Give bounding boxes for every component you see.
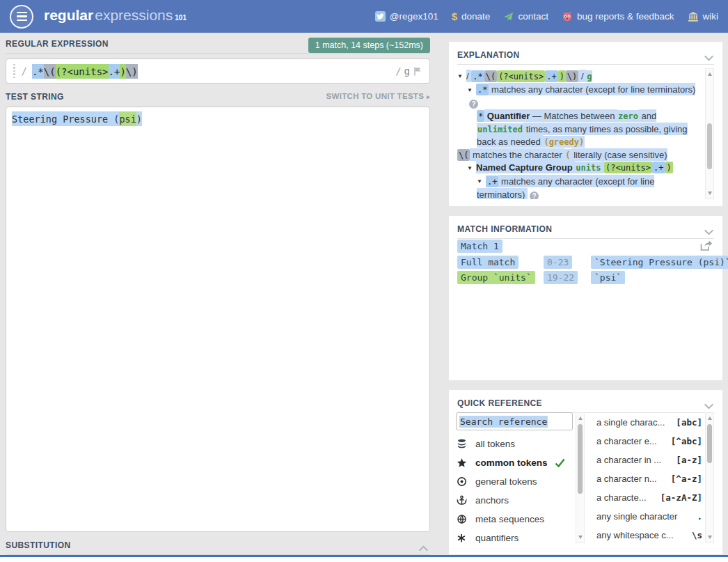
reference-code: \s	[692, 530, 702, 540]
category-general-tokens[interactable]: general tokens	[456, 472, 574, 491]
match-cell: 0-23	[544, 256, 587, 269]
match-cell: `psi`	[591, 271, 625, 284]
reference-item[interactable]: a single charac...[abc]	[596, 413, 702, 432]
test-string-segment: psi	[119, 111, 136, 126]
quick-reference-panel: QUICK REFERENCE Search reference all tok…	[449, 390, 722, 554]
explanation-segment: matches the character	[470, 148, 564, 161]
reference-item[interactable]: any single character.	[596, 507, 702, 526]
tree-collapse-icon[interactable]: ▼	[467, 162, 476, 175]
tree-collapse-icon[interactable]: ▼	[457, 70, 466, 84]
tree-collapse-icon[interactable]: ▼	[477, 175, 486, 189]
quick-reference-title: QUICK REFERENCE	[457, 398, 542, 408]
grip-icon[interactable]	[13, 64, 15, 79]
nav-link-label: @regex101	[390, 11, 438, 22]
explanation-scrollbar[interactable]	[705, 68, 714, 199]
regex-token: (?<units>	[56, 64, 109, 79]
category-meta-sequences[interactable]: meta sequences	[456, 510, 574, 529]
reference-label: a character e...	[596, 436, 657, 446]
scrollbar-thumb[interactable]	[578, 424, 583, 494]
reference-code: .	[697, 511, 702, 522]
scroll-up-icon[interactable]	[578, 416, 583, 420]
explanation-line: ▼Named Capture Group units (?<units>.+)	[457, 162, 705, 175]
regular-expression-header-row: REGULAR EXPRESSION 1 match, 14 steps (~1…	[6, 36, 430, 54]
nav-link-wiki[interactable]: wiki	[688, 11, 719, 22]
match-cell: Full match	[457, 256, 539, 269]
reference-item[interactable]: a character n...[^a-z]	[596, 469, 702, 488]
regex-token: )	[120, 64, 125, 79]
regex-flags[interactable]: g	[404, 65, 410, 77]
explanation-segment: \(	[457, 149, 470, 161]
footer-accent-bar	[0, 555, 728, 562]
right-arrow-icon: ▸	[427, 93, 430, 100]
help-icon[interactable]: ?	[469, 100, 478, 109]
app-logo[interactable]: regular expressions 101	[44, 0, 187, 34]
match-chip: 19-22	[544, 271, 578, 284]
explanation-line: ▼/ .*\((?<units>.+)\) / g	[457, 70, 705, 84]
chevron-down-icon[interactable]	[704, 52, 714, 64]
scrollbar-thumb[interactable]	[707, 123, 712, 169]
regex-token: .*	[32, 64, 44, 79]
star-icon	[456, 458, 467, 468]
scroll-up-icon[interactable]	[708, 416, 712, 420]
scroll-down-icon[interactable]	[578, 536, 583, 539]
category-common-tokens[interactable]: common tokens	[456, 453, 574, 472]
reference-item[interactable]: a character e...[^abc]	[596, 432, 702, 451]
nav-link-donate[interactable]: $donate	[452, 10, 491, 22]
chevron-up-icon[interactable]	[418, 542, 429, 554]
reference-item[interactable]: a character in ...[a-z]	[596, 451, 702, 469]
explanation-segment: )	[558, 70, 566, 82]
nav-link-twitter[interactable]: @regex101	[375, 11, 438, 22]
category-label: general tokens	[475, 476, 537, 487]
scroll-up-icon[interactable]	[708, 72, 712, 76]
category-quantifiers[interactable]: quantifiers	[456, 529, 574, 547]
reference-item[interactable]: a characte...[a-zA-Z]	[596, 488, 702, 507]
nav-link-contact[interactable]: contact	[503, 11, 548, 22]
regex-close-delimiter: /	[395, 65, 401, 77]
test-string-header-row: TEST STRING SWITCH TO UNIT TESTS▸	[6, 91, 430, 104]
explanation-line: ▼.+ matches any character (except for li…	[457, 175, 705, 199]
explanation-segment: zero	[617, 110, 639, 122]
regular-expression-title: REGULAR EXPRESSION	[6, 39, 109, 49]
reference-code: [^a-z]	[671, 474, 702, 484]
category-all-tokens[interactable]: all tokens	[456, 435, 574, 453]
category-list-scrollbar[interactable]	[576, 412, 585, 543]
reference-label: any whitespace c...	[596, 530, 674, 540]
match-row: Full match0-23`Steering Pressure (psi)`	[457, 256, 697, 269]
switch-to-unit-tests-link[interactable]: SWITCH TO UNIT TESTS▸	[326, 92, 430, 100]
scrollbar-thumb[interactable]	[707, 424, 712, 463]
search-reference-input[interactable]: Search reference	[456, 412, 573, 430]
logo-word-101: 101	[175, 1, 187, 34]
category-label: common tokens	[475, 458, 548, 468]
match-cell: Match 1	[457, 240, 503, 253]
tree-collapse-icon[interactable]: ▼	[467, 84, 476, 97]
stack-icon	[456, 439, 467, 449]
help-icon[interactable]: ?	[530, 192, 539, 200]
category-label: anchors	[475, 495, 509, 506]
explanation-segment: .+	[652, 162, 665, 173]
regex-token: \(	[44, 64, 56, 79]
flag-icon[interactable]	[413, 66, 422, 77]
scroll-down-icon[interactable]	[708, 192, 712, 195]
nav-link-label: bug reports & feedback	[577, 11, 674, 22]
nav-link-bug-reports[interactable]: bug reports & feedback	[562, 11, 674, 22]
chevron-down-icon[interactable]	[704, 400, 714, 412]
test-string-area[interactable]: Steering Pressure (psi)	[6, 107, 430, 532]
explanation-segment: matches any character (except for line t…	[489, 83, 695, 95]
reference-item[interactable]: any whitespace c...\s	[596, 526, 702, 545]
reference-list-scrollbar[interactable]	[705, 412, 714, 543]
explanation-title: EXPLANATION	[457, 50, 520, 60]
match-status-badge: 1 match, 14 steps (~152ms)	[308, 38, 430, 53]
regex-input[interactable]: / .*\((?<units>.+)\) / g	[6, 58, 430, 84]
github-icon	[562, 11, 573, 22]
dollar-icon: $	[452, 10, 457, 22]
menu-button[interactable]	[10, 5, 33, 29]
chevron-down-icon[interactable]	[704, 226, 714, 238]
explanation-segment: *	[477, 110, 484, 122]
substitution-header[interactable]: SUBSTITUTION	[6, 537, 430, 555]
scroll-down-icon[interactable]	[708, 536, 712, 539]
explanation-segment: (?<units>	[497, 70, 545, 82]
category-anchors[interactable]: anchors	[456, 491, 574, 510]
export-matches-button[interactable]	[699, 240, 713, 251]
match-row: Match 1	[457, 240, 697, 253]
explanation-line: ▼.* matches any character (except for li…	[457, 84, 705, 110]
